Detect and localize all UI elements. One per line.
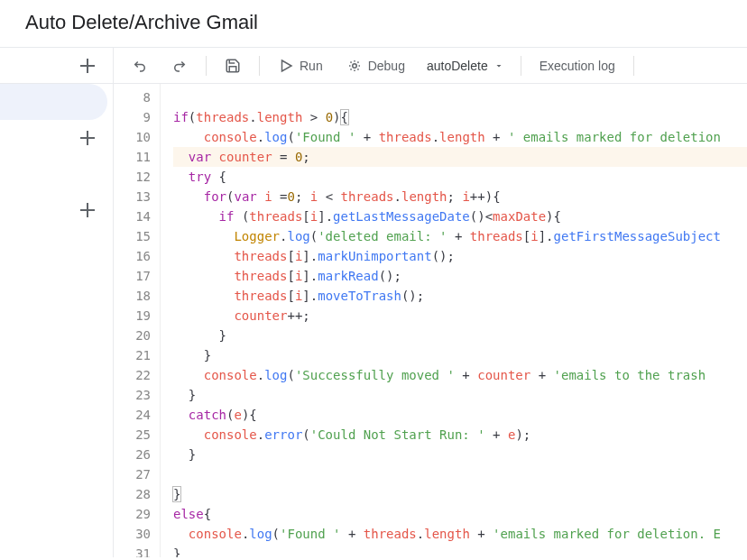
code-line[interactable]: } bbox=[173, 326, 747, 345]
toolbar-divider bbox=[259, 56, 260, 76]
code-line[interactable]: for(var i =0; i < threads.length; i++){ bbox=[173, 187, 747, 207]
debug-label: Debug bbox=[368, 59, 405, 73]
function-selected: autoDelete bbox=[427, 59, 488, 73]
undo-icon bbox=[132, 58, 148, 74]
code-line[interactable]: else{ bbox=[173, 504, 747, 524]
code-line[interactable]: } bbox=[173, 445, 747, 464]
line-gutter: 8910111213141516171819202122232425262728… bbox=[114, 84, 161, 557]
code-line[interactable]: counter++; bbox=[173, 306, 747, 326]
code-line[interactable] bbox=[173, 464, 747, 484]
code-line[interactable]: var counter = 0; bbox=[173, 147, 747, 167]
code-area[interactable]: if(threads.length > 0){ console.log('Fou… bbox=[161, 84, 747, 557]
save-button[interactable] bbox=[216, 52, 250, 79]
add-file-button[interactable] bbox=[0, 48, 113, 84]
line-number: 31 bbox=[114, 544, 151, 557]
toolbar: Run Debug autoDelete Execution log bbox=[114, 48, 747, 84]
line-number: 19 bbox=[114, 306, 151, 326]
line-number: 9 bbox=[114, 107, 151, 127]
line-number: 27 bbox=[114, 464, 151, 484]
execution-log-button[interactable]: Execution log bbox=[530, 53, 624, 78]
line-number: 12 bbox=[114, 167, 151, 187]
add-service-button[interactable] bbox=[0, 192, 113, 228]
header: Auto Delete/Archive Gmail bbox=[0, 0, 747, 48]
project-title[interactable]: Auto Delete/Archive Gmail bbox=[25, 11, 722, 34]
execution-log-label: Execution log bbox=[540, 59, 615, 73]
line-number: 17 bbox=[114, 266, 151, 286]
debug-button[interactable]: Debug bbox=[337, 52, 414, 79]
line-number: 15 bbox=[114, 226, 151, 246]
redo-button[interactable] bbox=[162, 52, 197, 79]
line-number: 26 bbox=[114, 445, 151, 464]
line-number: 30 bbox=[114, 524, 151, 544]
file-item-active[interactable] bbox=[0, 84, 107, 120]
code-line[interactable]: console.log('Found ' + threads.length + … bbox=[173, 127, 747, 147]
debug-icon bbox=[346, 58, 363, 74]
play-icon bbox=[278, 58, 294, 74]
line-number: 28 bbox=[114, 484, 151, 504]
line-number: 25 bbox=[114, 425, 151, 445]
line-number: 23 bbox=[114, 385, 151, 405]
toolbar-divider bbox=[206, 56, 207, 76]
function-dropdown[interactable]: autoDelete bbox=[420, 53, 512, 78]
rail-spacer bbox=[0, 156, 113, 192]
line-number: 8 bbox=[114, 87, 151, 107]
run-button[interactable]: Run bbox=[269, 52, 332, 79]
line-number: 18 bbox=[114, 286, 151, 306]
line-number: 22 bbox=[114, 365, 151, 385]
code-line[interactable]: if(threads.length > 0){ bbox=[173, 107, 747, 127]
code-line[interactable]: console.log('Found ' + threads.length + … bbox=[173, 524, 747, 544]
code-editor[interactable]: 8910111213141516171819202122232425262728… bbox=[114, 84, 747, 557]
line-number: 20 bbox=[114, 326, 151, 345]
chevron-down-icon bbox=[493, 60, 504, 71]
line-number: 10 bbox=[114, 127, 151, 147]
code-line[interactable]: } bbox=[173, 345, 747, 365]
run-label: Run bbox=[300, 59, 323, 73]
code-line[interactable]: threads[i].markUnimportant(); bbox=[173, 246, 747, 266]
line-number: 29 bbox=[114, 504, 151, 524]
code-line[interactable]: catch(e){ bbox=[173, 405, 747, 425]
line-number: 11 bbox=[114, 147, 151, 167]
code-line[interactable]: console.log('Successfully moved ' + coun… bbox=[173, 365, 747, 385]
code-line[interactable]: threads[i].moveToTrash(); bbox=[173, 286, 747, 306]
editor-panel: Run Debug autoDelete Execution log 891 bbox=[114, 48, 747, 557]
line-number: 24 bbox=[114, 405, 151, 425]
svg-marker-0 bbox=[282, 60, 292, 71]
code-line[interactable]: try { bbox=[173, 167, 747, 187]
code-line[interactable]: } bbox=[173, 484, 747, 504]
redo-icon bbox=[171, 58, 188, 74]
plus-icon bbox=[78, 201, 97, 219]
plus-icon bbox=[78, 129, 97, 147]
left-rail bbox=[0, 48, 114, 557]
code-line[interactable]: } bbox=[173, 544, 747, 557]
toolbar-divider bbox=[521, 56, 521, 76]
line-number: 16 bbox=[114, 246, 151, 266]
line-number: 21 bbox=[114, 345, 151, 365]
add-library-button[interactable] bbox=[0, 120, 113, 156]
main: Run Debug autoDelete Execution log 891 bbox=[0, 48, 747, 557]
toolbar-divider bbox=[633, 56, 634, 76]
save-icon bbox=[225, 58, 241, 74]
code-line[interactable]: Logger.log('deleted email: ' + threads[i… bbox=[173, 226, 747, 246]
code-line[interactable]: threads[i].markRead(); bbox=[173, 266, 747, 286]
code-line[interactable]: if (threads[i].getLastMessageDate()<maxD… bbox=[173, 207, 747, 226]
undo-button[interactable] bbox=[123, 52, 157, 79]
code-line[interactable] bbox=[173, 87, 747, 107]
plus-icon bbox=[78, 57, 97, 75]
svg-point-1 bbox=[352, 63, 356, 68]
line-number: 13 bbox=[114, 187, 151, 207]
code-line[interactable]: } bbox=[173, 385, 747, 405]
line-number: 14 bbox=[114, 207, 151, 226]
code-line[interactable]: console.error('Could Not Start Run: ' + … bbox=[173, 425, 747, 445]
